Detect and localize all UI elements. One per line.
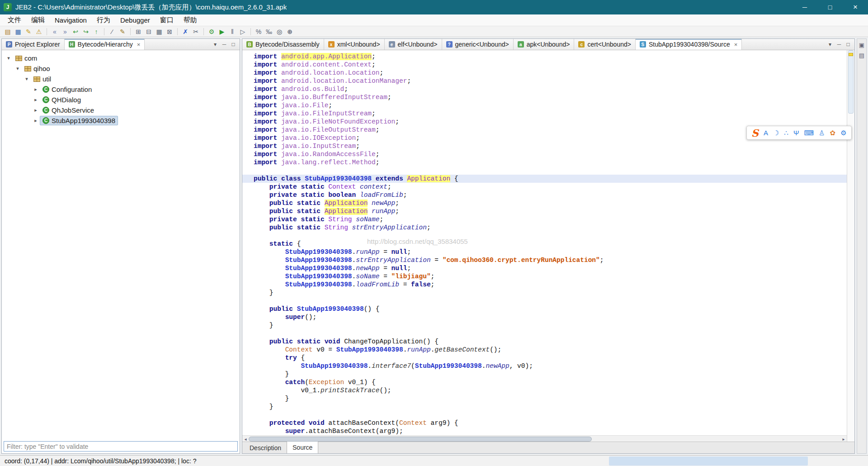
tab-elf[interactable]: eelf<Unbound> — [385, 39, 442, 50]
maximize-panel-icon[interactable]: □ — [229, 41, 238, 48]
code-line[interactable] — [242, 166, 847, 175]
tab-apk[interactable]: aapk<Unbound> — [514, 39, 575, 50]
code-line[interactable]: catch(Exception v0_1) { — [242, 378, 847, 386]
extra-view-button[interactable]: ⊠ — [165, 27, 175, 36]
code-line[interactable]: public static Application runApp; — [242, 207, 847, 215]
code-line[interactable]: super(); — [242, 313, 847, 321]
nav-forward-button[interactable]: ↪ — [81, 27, 91, 36]
tree-item-com[interactable]: ▾com — [2, 53, 240, 63]
chevron-expanded-icon[interactable]: ▾ — [5, 55, 13, 61]
code-line[interactable]: public StubApp1993040398() { — [242, 305, 847, 313]
h-scrollbar-thumb[interactable] — [249, 437, 592, 442]
menu-item-action[interactable]: 行为 — [92, 14, 115, 26]
filter-input[interactable] — [4, 441, 238, 452]
code-view[interactable]: import android.app.Application;import an… — [242, 50, 847, 435]
tree-item-qhdialog[interactable]: ▸CQHDialog — [2, 95, 240, 105]
code-line[interactable]: Context v0 = StubApp1993040398.runApp.ge… — [242, 346, 847, 354]
rename-button[interactable]: ✎ — [118, 27, 127, 36]
code-line[interactable]: import java.io.File; — [242, 101, 847, 109]
history-back-button[interactable]: « — [50, 27, 60, 36]
tab-generic[interactable]: ?generic<Unbound> — [442, 39, 514, 50]
code-line[interactable]: try { — [242, 354, 847, 362]
tree-item-qihoo[interactable]: ▾qihoo — [2, 63, 240, 74]
comment-button[interactable]: ∕ — [107, 27, 117, 36]
code-line[interactable]: import java.io.FileNotFoundException; — [242, 118, 847, 126]
code-line[interactable] — [242, 411, 847, 419]
scroll-right-icon[interactable]: ▸ — [840, 437, 847, 442]
hex-view-button[interactable]: ▦ — [154, 27, 164, 36]
minimize-button[interactable]: ─ — [792, 0, 817, 14]
font-size-icon[interactable]: A — [764, 129, 768, 136]
code-line[interactable]: import android.app.Application; — [242, 52, 847, 61]
cut-button[interactable]: ✂ — [191, 27, 201, 36]
chevron-collapsed-icon[interactable]: ▸ — [32, 97, 40, 103]
open-project-button[interactable]: ▤ — [3, 27, 13, 36]
code-line[interactable]: } — [242, 321, 847, 329]
tab-cert[interactable]: ccert<Unbound> — [574, 39, 636, 50]
go-up-button[interactable]: ↑ — [91, 27, 101, 36]
bottom-tab-description[interactable]: Description — [244, 442, 287, 453]
code-line[interactable]: StubApp1993040398.strEntryApplication = … — [242, 256, 847, 264]
permille-button[interactable]: ‰ — [264, 27, 274, 36]
columns-view-button[interactable]: ⊟ — [144, 27, 154, 36]
code-line[interactable] — [242, 297, 847, 305]
close-tab-icon[interactable]: × — [137, 41, 141, 48]
view-tab-bytecode-hierarchy[interactable]: HBytecode/Hierarchy× — [65, 39, 145, 50]
toolbox-icon[interactable]: ⚙ — [840, 129, 846, 136]
table-view-button[interactable]: ⊞ — [133, 27, 143, 36]
code-line[interactable]: import java.io.RandomAccessFile; — [242, 150, 847, 158]
code-line[interactable]: } — [242, 289, 847, 297]
editor-view-menu-icon[interactable]: ▾ — [826, 41, 835, 48]
history-forward-button[interactable]: » — [60, 27, 70, 36]
code-line[interactable]: import java.lang.reflect.Method; — [242, 158, 847, 166]
keyboard-icon[interactable]: ⌨ — [804, 129, 814, 136]
view-menu-icon[interactable]: ▾ — [211, 41, 220, 48]
code-line[interactable]: import android.location.LocationManager; — [242, 77, 847, 85]
code-line[interactable]: StubApp1993040398.loadFromLib = false; — [242, 281, 847, 289]
code-line[interactable]: public static Application newApp; — [242, 199, 847, 207]
restore-view-icon[interactable]: ▣ — [859, 42, 864, 48]
minimize-panel-icon[interactable]: ─ — [220, 41, 229, 48]
night-mode-icon[interactable]: ☽ — [773, 129, 779, 136]
chevron-collapsed-icon[interactable]: ▸ — [32, 107, 40, 113]
code-line[interactable]: import java.io.FileInputStream; — [242, 109, 847, 118]
code-line[interactable]: private static boolean loadFromLib; — [242, 191, 847, 199]
chevron-collapsed-icon[interactable]: ▸ — [32, 86, 40, 92]
code-line[interactable]: StubApp1993040398.newApp = null; — [242, 264, 847, 272]
menu-item-edit[interactable]: 编辑 — [26, 14, 50, 26]
code-line[interactable]: private static Context context; — [242, 183, 847, 191]
code-line[interactable]: StubApp1993040398.runApp = null; — [242, 248, 847, 256]
sogou-logo-icon[interactable]: S — [751, 128, 759, 138]
code-line[interactable]: public static String strEntryApplication… — [242, 223, 847, 232]
run-button[interactable]: ▶ — [217, 27, 227, 36]
delete-button[interactable]: ✗ — [180, 27, 190, 36]
view-tab-project-explorer[interactable]: PProject Explorer — [2, 39, 65, 50]
resume-button[interactable]: ▷ — [238, 27, 248, 36]
menu-item-file[interactable]: 文件 — [3, 14, 26, 26]
code-line[interactable]: super.attachBaseContext(arg9); — [242, 427, 847, 435]
code-line[interactable]: public static void ChangeTopApplication(… — [242, 338, 847, 346]
v-scrollbar-thumb[interactable] — [848, 50, 854, 114]
code-line[interactable]: import android.location.Location; — [242, 69, 847, 77]
tree-item-stubapp1993040398[interactable]: ▸CStubApp1993040398 — [2, 115, 240, 126]
code-line[interactable]: StubApp1993040398.interface7(StubApp1993… — [242, 362, 847, 370]
chevron-expanded-icon[interactable]: ▾ — [23, 76, 31, 82]
tab-bytecode-disassembly[interactable]: BBytecode/Disassembly — [242, 39, 324, 50]
menu-item-help[interactable]: 帮助 — [179, 14, 202, 26]
menu-item-debugger[interactable]: Debugger — [115, 15, 155, 25]
tree-item-configuration[interactable]: ▸CConfiguration — [2, 84, 240, 95]
code-line[interactable]: } — [242, 395, 847, 403]
close-button[interactable]: × — [843, 0, 868, 14]
crosshair-button[interactable]: ⊕ — [285, 27, 295, 36]
code-line[interactable]: import java.io.InputStream; — [242, 142, 847, 150]
code-line[interactable]: protected void attachBaseContext(Context… — [242, 419, 847, 427]
code-line[interactable]: v0_1.printStackTrace(); — [242, 386, 847, 395]
account-icon[interactable]: ♙ — [819, 129, 825, 136]
code-line[interactable]: } — [242, 370, 847, 378]
debug-config-button[interactable]: ⚙ — [207, 27, 217, 36]
code-line[interactable]: StubApp1993040398.soName = "libjiagu"; — [242, 272, 847, 281]
chevron-expanded-icon[interactable]: ▾ — [14, 66, 22, 71]
tree-item-qhjobservice[interactable]: ▸CQhJobService — [2, 105, 240, 115]
tree-item-util[interactable]: ▾util — [2, 74, 240, 84]
bottom-tab-source[interactable]: Source — [287, 442, 318, 453]
